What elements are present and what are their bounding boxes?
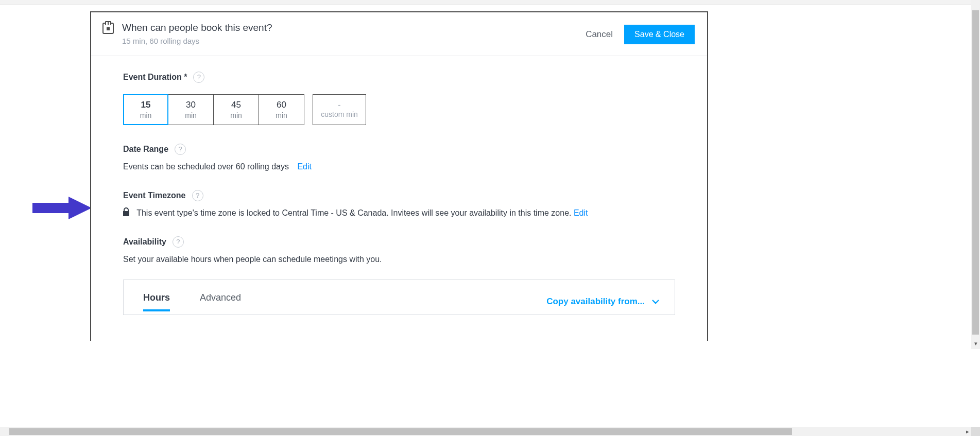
- date-range-text: Events can be scheduled over 60 rolling …: [123, 162, 289, 171]
- date-range-section: Date Range ? Events can be scheduled ove…: [123, 144, 675, 171]
- card-subtitle: 15 min, 60 rolling days: [122, 37, 272, 45]
- copy-availability-link[interactable]: Copy availability from...: [546, 297, 659, 307]
- availability-label: Availability: [123, 237, 166, 247]
- help-icon[interactable]: ?: [192, 190, 203, 201]
- duration-value: 30: [186, 100, 196, 110]
- duration-option-30[interactable]: 30 min: [168, 94, 214, 125]
- copy-availability-label: Copy availability from...: [546, 297, 645, 307]
- vertical-scrollbar[interactable]: ▾: [971, 0, 980, 349]
- top-strip: [0, 0, 980, 5]
- scrollbar-thumb[interactable]: [972, 10, 979, 335]
- availability-section: Availability ? Set your available hours …: [123, 236, 675, 315]
- duration-option-45[interactable]: 45 min: [214, 94, 259, 125]
- duration-label: Event Duration *: [123, 73, 187, 82]
- scroll-right-arrow-icon[interactable]: ▸: [966, 427, 969, 436]
- scroll-corner: [971, 427, 980, 436]
- availability-box: Hours Advanced Copy availability from...: [123, 280, 675, 315]
- duration-unit: min: [140, 111, 152, 119]
- save-close-button[interactable]: Save & Close: [624, 25, 695, 44]
- duration-unit: min: [185, 111, 197, 119]
- cancel-button[interactable]: Cancel: [586, 29, 613, 40]
- booking-settings-card: When can people book this event? 15 min,…: [90, 11, 708, 341]
- scrollbar-thumb[interactable]: [9, 428, 792, 435]
- duration-value: 45: [231, 100, 241, 110]
- duration-option-custom[interactable]: - custom min: [313, 94, 366, 125]
- card-title: When can people book this event?: [122, 22, 272, 34]
- scroll-down-arrow-icon[interactable]: ▾: [971, 340, 980, 347]
- custom-label: custom min: [321, 110, 358, 118]
- card-header: When can people book this event? 15 min,…: [91, 12, 707, 56]
- duration-option-60[interactable]: 60 min: [259, 94, 304, 125]
- date-range-label: Date Range: [123, 145, 168, 154]
- duration-unit: min: [230, 111, 242, 119]
- duration-option-15[interactable]: 15 min: [123, 94, 168, 125]
- tab-hours[interactable]: Hours: [143, 292, 170, 311]
- date-range-edit-link[interactable]: Edit: [297, 162, 312, 171]
- calendar-icon: [102, 23, 114, 34]
- duration-section: Event Duration * ? 15 min 30 min: [123, 72, 675, 125]
- timezone-section: Event Timezone ? This event type's time …: [123, 190, 675, 218]
- duration-unit: min: [276, 111, 287, 119]
- help-icon[interactable]: ?: [175, 144, 186, 155]
- help-icon[interactable]: ?: [173, 236, 184, 248]
- lock-icon: [123, 211, 129, 216]
- duration-value: 15: [141, 100, 151, 110]
- tab-advanced[interactable]: Advanced: [200, 292, 241, 311]
- availability-text: Set your available hours when people can…: [123, 255, 382, 264]
- timezone-label: Event Timezone: [123, 191, 186, 200]
- timezone-edit-link[interactable]: Edit: [574, 208, 588, 217]
- duration-value: 60: [277, 100, 286, 110]
- custom-dash: -: [338, 101, 340, 109]
- horizontal-scrollbar[interactable]: ▸: [0, 427, 971, 436]
- help-icon[interactable]: ?: [193, 72, 204, 83]
- annotation-arrow-icon: [32, 197, 92, 219]
- chevron-down-icon: [652, 300, 659, 304]
- timezone-text: This event type's time zone is locked to…: [136, 208, 571, 217]
